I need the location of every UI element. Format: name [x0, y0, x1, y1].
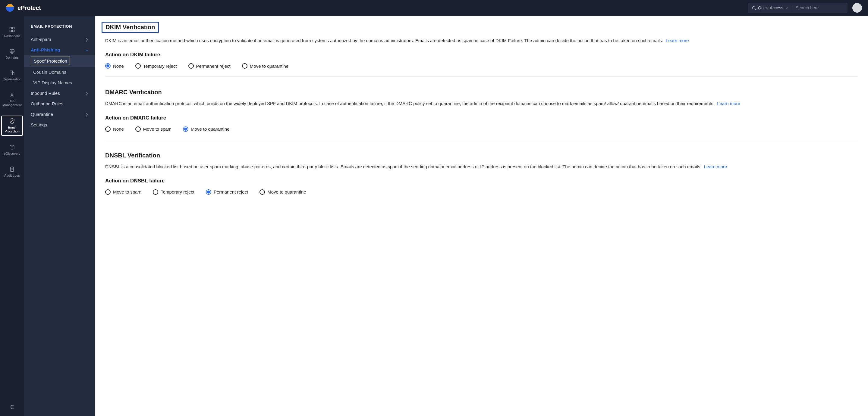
- action-label: Action on DKIM failure: [105, 52, 858, 58]
- quick-access-label: Quick Access: [758, 5, 783, 10]
- user-icon: [9, 92, 15, 98]
- chevron-right-icon: ❯: [85, 91, 88, 96]
- radio-label: Move to spam: [143, 127, 172, 132]
- radio-dmarc-none[interactable]: None: [105, 127, 124, 132]
- svg-point-0: [752, 6, 755, 9]
- brand[interactable]: eProtect: [6, 4, 41, 12]
- rail-item-audit-logs[interactable]: Audit Logs: [1, 164, 23, 179]
- quick-access-search-bar: Quick Access: [748, 3, 847, 13]
- search-input[interactable]: [796, 5, 844, 10]
- svg-rect-2: [10, 27, 12, 29]
- section-dmarc: DMARC Verification DMARC is an email aut…: [105, 89, 858, 140]
- rail-item-email-protection[interactable]: Email Protection: [1, 115, 23, 136]
- radio-icon: [105, 189, 111, 195]
- nav-item-label: Settings: [31, 122, 47, 127]
- radio-dkim-none[interactable]: None: [105, 63, 124, 69]
- building-icon: [9, 70, 15, 76]
- radio-label: Permanent reject: [214, 189, 248, 195]
- radio-label: Temporary reject: [161, 189, 194, 195]
- rail-label: Email Protection: [2, 126, 22, 133]
- archive-icon: [9, 144, 15, 150]
- radio-icon: [259, 189, 265, 195]
- rail-item-domains[interactable]: Domains: [1, 46, 23, 61]
- radio-dkim-move-quarantine[interactable]: Move to quarantine: [242, 63, 288, 69]
- radio-dmarc-move-spam[interactable]: Move to spam: [135, 127, 172, 132]
- radio-label: Move to spam: [113, 189, 141, 195]
- radio-icon: [242, 63, 247, 69]
- subnav-item-label: VIP Display Names: [33, 80, 72, 85]
- svg-point-11: [11, 93, 13, 95]
- section-dkim: DKIM Verification DKIM is an email authe…: [105, 23, 858, 77]
- radio-label: Permanent reject: [196, 64, 230, 69]
- brand-name: eProtect: [18, 4, 41, 11]
- rail-item-dashboard[interactable]: Dashboard: [1, 25, 23, 40]
- section-description: DKIM is an email authentication method w…: [105, 37, 858, 44]
- search-icon: [752, 6, 756, 10]
- section-dnsbl: DNSBL Verification DNSBL is a consolidat…: [105, 152, 858, 203]
- radio-icon: [135, 127, 141, 132]
- radio-dnsbl-move-spam[interactable]: Move to spam: [105, 189, 141, 195]
- icon-rail: Dashboard Domains Organization User Mana…: [0, 16, 24, 416]
- nav-item-anti-phishing[interactable]: Anti-Phishing ⌄: [24, 44, 95, 55]
- radio-icon: [206, 189, 211, 195]
- secondary-nav: EMAIL PROTECTION Anti-spam ❯ Anti-Phishi…: [24, 16, 95, 416]
- rail-item-user-management[interactable]: User Management: [1, 90, 23, 109]
- subnav-item-label: Spoof Protection: [31, 57, 70, 65]
- radio-label: Move to quarantine: [267, 189, 306, 195]
- section-description: DNSBL is a consolidated blocked list bas…: [105, 163, 858, 170]
- radio-icon: [105, 127, 111, 132]
- chevron-down-icon: [785, 6, 788, 9]
- rail-item-ediscovery[interactable]: eDiscovery: [1, 142, 23, 158]
- chevron-down-icon: ⌄: [85, 48, 88, 52]
- radio-dnsbl-permanent-reject[interactable]: Permanent reject: [206, 189, 248, 195]
- radio-dkim-temporary-reject[interactable]: Temporary reject: [135, 63, 177, 69]
- section-description: DMARC is an email authentication protoco…: [105, 100, 858, 107]
- subnav-item-label: Cousin Domains: [33, 70, 66, 75]
- radio-label: Move to quarantine: [250, 64, 288, 69]
- radio-dnsbl-temporary-reject[interactable]: Temporary reject: [153, 189, 194, 195]
- collapse-sidebar-button[interactable]: [9, 404, 15, 411]
- radio-dmarc-move-quarantine[interactable]: Move to quarantine: [183, 127, 229, 132]
- svg-rect-4: [10, 30, 12, 32]
- nav-item-label: Inbound Rules: [31, 91, 60, 96]
- grid-icon: [9, 27, 15, 33]
- nav-item-settings[interactable]: Settings: [24, 119, 95, 130]
- top-header: eProtect Quick Access: [0, 0, 868, 16]
- radio-icon: [183, 127, 188, 132]
- globe-icon: [9, 48, 15, 54]
- nav-item-quarantine[interactable]: Quarantine ❯: [24, 109, 95, 119]
- rail-label: Dashboard: [4, 34, 20, 38]
- brand-logo-icon: [6, 4, 14, 12]
- subnav-item-vip-display-names[interactable]: VIP Display Names: [24, 77, 95, 88]
- action-label: Action on DMARC failure: [105, 115, 858, 121]
- secondary-nav-title: EMAIL PROTECTION: [24, 24, 95, 34]
- chevron-right-icon: ❯: [85, 37, 88, 41]
- learn-more-link[interactable]: Learn more: [704, 164, 727, 169]
- rail-label: Audit Logs: [4, 174, 20, 178]
- collapse-icon: [9, 404, 15, 410]
- nav-item-outbound-rules[interactable]: Outbound Rules: [24, 98, 95, 109]
- nav-item-anti-spam[interactable]: Anti-spam ❯: [24, 34, 95, 44]
- nav-item-label: Outbound Rules: [31, 101, 63, 106]
- main-content: DKIM Verification DKIM is an email authe…: [95, 16, 868, 416]
- rail-label: User Management: [2, 99, 22, 107]
- subnav-item-spoof-protection[interactable]: Spoof Protection: [24, 55, 95, 67]
- dkim-radio-row: None Temporary reject Permanent reject M…: [105, 63, 858, 69]
- learn-more-link[interactable]: Learn more: [666, 38, 689, 43]
- quick-access-dropdown[interactable]: Quick Access: [752, 5, 792, 10]
- radio-label: Temporary reject: [143, 64, 177, 69]
- avatar[interactable]: [852, 3, 862, 13]
- learn-more-link[interactable]: Learn more: [717, 101, 740, 106]
- subnav-item-cousin-domains[interactable]: Cousin Domains: [24, 67, 95, 77]
- radio-label: None: [113, 64, 124, 69]
- rail-item-organization[interactable]: Organization: [1, 68, 23, 83]
- nav-item-label: Quarantine: [31, 112, 53, 117]
- radio-dkim-permanent-reject[interactable]: Permanent reject: [188, 63, 230, 69]
- action-label: Action on DNSBL failure: [105, 178, 858, 184]
- nav-item-inbound-rules[interactable]: Inbound Rules ❯: [24, 88, 95, 98]
- chevron-right-icon: ❯: [85, 112, 88, 116]
- file-icon: [9, 166, 15, 172]
- radio-dnsbl-move-quarantine[interactable]: Move to quarantine: [259, 189, 306, 195]
- radio-icon: [135, 63, 141, 69]
- section-title-dkim: DKIM Verification: [101, 22, 159, 33]
